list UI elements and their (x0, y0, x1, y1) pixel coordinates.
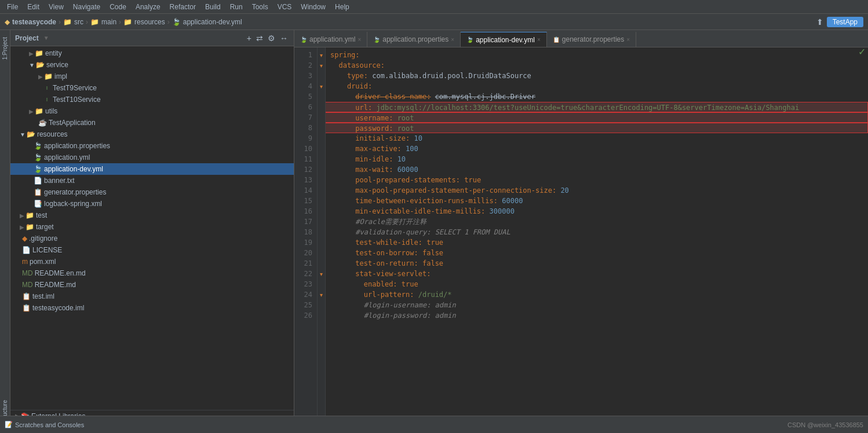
close-icon-yml1[interactable]: × (358, 36, 361, 43)
arrow-entity[interactable]: ▶ (29, 50, 34, 57)
yaml-icon-app: 🍃 (34, 153, 42, 162)
arrow-resources[interactable]: ▼ (20, 131, 25, 138)
code-line-12: max-wait: 60000 (326, 164, 868, 175)
tree-item-app-yml[interactable]: 🍃 application.yml (10, 152, 294, 163)
tree-item-pom[interactable]: m pom.xml (10, 256, 294, 267)
code-line-15: time-between-eviction-runs-millis: 60000 (326, 196, 868, 206)
menu-edit[interactable]: Edit (23, 2, 44, 12)
code-line-22: stat-view-servlet: (326, 269, 868, 279)
arrow-target[interactable]: ▶ (20, 224, 24, 230)
tree-item-entity[interactable]: ▶ 📁 entity (10, 47, 294, 59)
menu-tools[interactable]: Tools (247, 2, 273, 12)
tree-item-generator-props[interactable]: 📋 generator.properties (10, 186, 294, 198)
label-app-props: application.properties (44, 142, 110, 150)
license-icon: 📄 (22, 246, 31, 254)
menu-navigate[interactable]: Navigate (68, 2, 105, 12)
close-icon-props[interactable]: × (451, 36, 454, 43)
menu-vcs[interactable]: VCS (273, 2, 297, 12)
tab-application-properties[interactable]: 🍃 application.properties × (367, 32, 461, 47)
menu-window[interactable]: Window (296, 2, 330, 12)
tree-item-test-iml[interactable]: 📋 test.iml (10, 291, 294, 302)
tree-item-target[interactable]: ▶ 📁 target (10, 221, 294, 233)
label-readme: README.md (35, 281, 76, 289)
java-icon-testapp: ☕ (38, 119, 47, 127)
tab-label-yml1: application.yml (309, 35, 355, 43)
md-icon-readme: MD (22, 281, 33, 289)
menu-file[interactable]: File (2, 2, 23, 12)
breadcrumb-file[interactable]: application-dev.yml (183, 18, 242, 26)
settings-icon[interactable]: ⚙ (267, 34, 276, 43)
label-resources: resources (37, 130, 68, 138)
menu-run[interactable]: Run (225, 2, 247, 12)
label-test: test (36, 211, 47, 219)
iml-icon-testeasycode: 📋 (22, 304, 31, 312)
tree-item-readme[interactable]: MD README.md (10, 279, 294, 291)
tree-item-license[interactable]: 📄 LICENSE (10, 244, 294, 256)
tab-application-dev-yml[interactable]: 🍃 application-dev.yml × (461, 32, 547, 47)
testapp-button[interactable]: TestApp (827, 17, 863, 27)
tree-item-testt9[interactable]: I TestT9Service (10, 82, 294, 94)
tree-item-testeasycode-iml[interactable]: 📋 testeasycode.iml (10, 302, 294, 314)
tree-item-service[interactable]: ▼ 📂 service (10, 59, 294, 71)
arrow-utils[interactable]: ▶ (29, 108, 34, 115)
tree-item-app-props[interactable]: 🍃 application.properties (10, 140, 294, 152)
menu-analyze[interactable]: Analyze (131, 2, 165, 12)
tree-item-readme-en[interactable]: MD README.en.md (10, 267, 294, 279)
breadcrumb-src[interactable]: src (74, 18, 83, 26)
folder-icon-service: 📂 (36, 61, 45, 69)
sync-icon[interactable]: ⇄ (255, 34, 264, 43)
code-line-7: username: root (326, 112, 868, 123)
java-icon-testt9: I (43, 84, 51, 92)
tree-item-impl[interactable]: ▶ 📁 impl (10, 71, 294, 82)
breadcrumb-main[interactable]: main (101, 18, 116, 26)
arrow-test[interactable]: ▶ (20, 212, 24, 219)
label-gitignore: .gitignore (29, 234, 57, 243)
tree-item-banner[interactable]: 📄 banner.txt (10, 175, 294, 186)
code-line-20: test-on-borrow: false (326, 248, 868, 258)
sidebar-tab-project[interactable]: 1:Project (1, 32, 9, 64)
scratches-label-text: Scratches and Consoles (15, 421, 84, 428)
menu-build[interactable]: Build (200, 2, 225, 12)
menu-help[interactable]: Help (330, 2, 354, 12)
git-push-icon[interactable]: ⬆ (816, 17, 823, 27)
add-icon[interactable]: + (246, 34, 253, 43)
tab-generator-properties[interactable]: 📋 generator.properties × (547, 32, 636, 47)
label-utils: utils (45, 107, 57, 115)
tab-application-yml[interactable]: 🍃 application.yml × (294, 32, 367, 47)
menu-refactor[interactable]: Refactor (165, 2, 200, 12)
arrow-impl[interactable]: ▶ (38, 74, 43, 80)
tree-item-test[interactable]: ▶ 📁 test (10, 210, 294, 221)
line-numbers: 1 2 3 4 5 6 7 8 9 10 11 12 13 14 15 16 1… (294, 47, 318, 433)
menu-view[interactable]: View (44, 2, 68, 12)
menu-code[interactable]: Code (105, 2, 131, 12)
md-icon-readme-en: MD (22, 269, 33, 277)
close-icon-gen[interactable]: × (626, 36, 630, 43)
code-area[interactable]: spring: datasource: type: com.alibaba.dr… (326, 47, 868, 433)
close-icon-devyml[interactable]: × (537, 36, 541, 43)
tree-item-app-dev-yml[interactable]: 🍃 application-dev.yml (10, 163, 294, 175)
label-test-iml: test.iml (32, 292, 54, 300)
app-title: testeasycode (12, 18, 56, 26)
tree-item-testt10[interactable]: I TestT10Service (10, 94, 294, 105)
code-line-14: max-pool-prepared-statement-per-connecti… (326, 185, 868, 196)
java-icon-testt10: I (43, 96, 51, 104)
label-app-yml: application.yml (44, 153, 90, 162)
tree-item-logback[interactable]: 📑 logback-spring.xml (10, 198, 294, 210)
expand-icon[interactable]: ↔ (279, 34, 289, 43)
arrow-service[interactable]: ▼ (29, 62, 35, 68)
tab-icon-gen: 📋 (553, 36, 560, 43)
tree-item-utils[interactable]: ▶ 📁 utils (10, 105, 294, 117)
checkmark-icon: ✓ (858, 47, 866, 57)
code-line-9: initial-size: 10 (326, 133, 868, 144)
code-line-4: druid: (326, 81, 868, 91)
folder-icon-resources-tree: 📂 (27, 130, 35, 138)
tree-item-gitignore[interactable]: ◆ .gitignore (10, 233, 294, 244)
label-testeasycode-iml: testeasycode.iml (32, 304, 84, 312)
scratches-and-consoles[interactable]: 📝 Scratches and Consoles (5, 421, 84, 428)
tab-icon-props: 🍃 (373, 36, 380, 43)
tree-item-resources[interactable]: ▼ 📂 resources (10, 129, 294, 140)
breadcrumb-resources[interactable]: resources (134, 18, 165, 26)
tree-item-testapp[interactable]: ☕ TestApplication (10, 117, 294, 129)
breadcrumb-bar: ◆ testeasycode › 📁 src › 📁 main › 📁 reso… (0, 14, 868, 30)
txt-icon-banner: 📄 (34, 177, 42, 185)
